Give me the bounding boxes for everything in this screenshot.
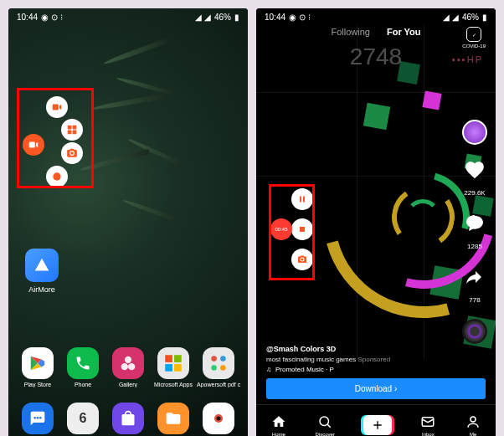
app-camera[interactable]	[198, 403, 239, 434]
svg-point-13	[211, 365, 217, 371]
nav-discover[interactable]: Discover	[316, 413, 335, 437]
folder-icon	[203, 347, 234, 379]
app-calendar[interactable]: 6	[63, 403, 103, 434]
profile-avatar[interactable]	[462, 120, 487, 145]
phone-home-screen: 10:44 ◉ ⊙ ⁝ ◢ ◢ 46% ▮	[8, 8, 248, 436]
caption-username[interactable]: @Smash Colors 3D	[266, 345, 437, 353]
status-time: 10:44	[17, 13, 38, 22]
calendar-icon: 6	[67, 403, 99, 434]
svg-rect-9	[165, 364, 172, 372]
home-icon	[270, 413, 287, 430]
tiktok-tabs: Following For You	[256, 27, 496, 37]
app-messages[interactable]	[18, 403, 58, 434]
svg-point-25	[471, 417, 476, 422]
notification-icon: ◉ ⊙ ⁝	[289, 13, 311, 22]
gallery-icon	[112, 347, 144, 379]
profile-icon	[465, 413, 481, 430]
annotation-highlight	[17, 88, 94, 188]
signal-icon: ◢ ◢	[443, 13, 459, 22]
store-icon	[112, 403, 144, 434]
search-icon	[316, 413, 333, 430]
svg-point-16	[37, 417, 39, 419]
game-score: 2748	[350, 44, 402, 70]
music-note-icon: ♫	[266, 366, 271, 373]
tiktok-bottom-nav: Home Discover Inbox Me	[256, 404, 496, 436]
status-bar: 10:44 ◉ ⊙ ⁝ ◢ ◢ 46% ▮	[8, 8, 248, 25]
annotation-highlight	[269, 184, 315, 280]
nav-create[interactable]	[363, 415, 392, 435]
phone-tiktok: 10:44 ◉ ⊙ ⁝ ◢ ◢ 46% ▮ Following For You …	[256, 8, 496, 436]
battery-text: 46%	[462, 13, 479, 22]
caption-music[interactable]: ♫Promoted Music · P	[266, 366, 437, 373]
app-folder-microsoft[interactable]: Microsoft Apps	[153, 347, 193, 387]
app-row-1: Play Store Phone Gallery Microsoft Apps …	[8, 347, 248, 387]
app-play-store[interactable]: Play Store	[18, 347, 58, 387]
battery-icon: ▮	[234, 13, 239, 22]
nav-inbox[interactable]: Inbox	[419, 413, 436, 437]
plus-icon	[363, 415, 392, 435]
battery-icon: ▮	[482, 13, 487, 22]
phone-icon	[67, 347, 99, 379]
svg-point-12	[220, 356, 226, 362]
share-icon	[463, 265, 486, 289]
svg-rect-7	[165, 355, 172, 362]
heart-icon	[463, 158, 486, 182]
signal-icon: ◢ ◢	[195, 13, 211, 22]
disc-icon	[462, 319, 487, 344]
share-button[interactable]: 778	[463, 265, 486, 305]
airmore-icon	[25, 249, 59, 282]
comment-icon	[463, 212, 486, 235]
app-folder-apowersoft[interactable]: Apowersoft pdf conve	[198, 347, 239, 387]
music-disc[interactable]	[462, 319, 487, 344]
messages-icon	[22, 403, 54, 434]
tiktok-sidebar: 229.6K 1285 778	[462, 120, 487, 344]
svg-point-17	[39, 417, 42, 419]
app-airmore[interactable]: AirMore	[25, 249, 59, 294]
video-caption: @Smash Colors 3D most fascinating music …	[266, 345, 437, 373]
tab-foryou[interactable]: For You	[387, 27, 421, 37]
dock: 6	[8, 403, 248, 434]
notification-icon: ◉ ⊙ ⁝	[41, 13, 63, 22]
nav-me[interactable]: Me	[465, 413, 481, 437]
svg-rect-10	[174, 364, 182, 372]
hp-indicator: ▪▪▪HP	[452, 54, 483, 64]
nav-home[interactable]: Home	[270, 413, 287, 437]
app-store[interactable]	[108, 403, 148, 434]
svg-rect-8	[174, 355, 182, 362]
status-time: 10:44	[265, 13, 285, 22]
svg-point-23	[320, 417, 329, 426]
tab-following[interactable]: Following	[331, 27, 369, 37]
inbox-icon	[419, 413, 436, 430]
like-button[interactable]: 229.6K	[463, 158, 486, 198]
svg-point-15	[33, 417, 36, 419]
camera-icon	[203, 403, 234, 434]
files-icon	[157, 403, 189, 434]
app-gallery[interactable]: Gallery	[108, 347, 148, 387]
download-button[interactable]: Download ›	[266, 378, 486, 399]
avatar-icon	[462, 120, 487, 145]
app-phone[interactable]: Phone	[63, 347, 103, 387]
battery-text: 46%	[214, 13, 231, 22]
comment-button[interactable]: 1285	[463, 212, 486, 252]
app-files[interactable]	[153, 403, 193, 434]
status-bar: 10:44 ◉ ⊙ ⁝ ◢ ◢ 46% ▮	[256, 8, 496, 25]
sponsored-tag: Sponsored	[357, 356, 390, 363]
play-store-icon	[22, 347, 54, 379]
svg-point-11	[211, 356, 217, 362]
svg-point-14	[220, 365, 226, 371]
svg-point-19	[217, 417, 221, 421]
folder-icon	[157, 347, 189, 379]
caption-description: most fascinating music games	[266, 356, 356, 363]
